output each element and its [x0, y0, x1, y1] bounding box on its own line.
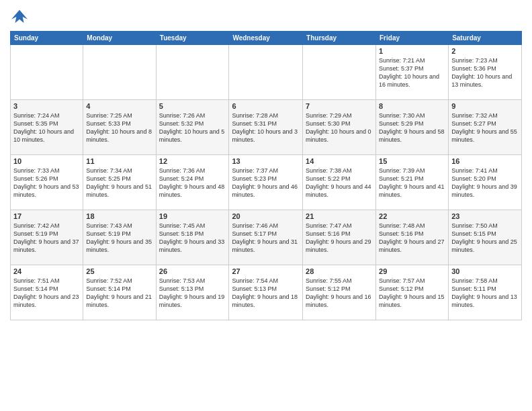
day-number: 11 — [86, 157, 152, 165]
day-info: Sunrise: 7:43 AM Sunset: 5:19 PM Dayligh… — [86, 222, 152, 255]
calendar-day-cell: 16Sunrise: 7:41 AM Sunset: 5:20 PM Dayli… — [449, 155, 522, 210]
weekday-header: Monday — [83, 32, 156, 45]
day-info: Sunrise: 7:42 AM Sunset: 5:19 PM Dayligh… — [13, 222, 80, 255]
calendar-day-cell: 8Sunrise: 7:30 AM Sunset: 5:29 PM Daylig… — [376, 100, 449, 155]
calendar-day-cell: 18Sunrise: 7:43 AM Sunset: 5:19 PM Dayli… — [83, 210, 156, 265]
calendar-week-row: 1Sunrise: 7:21 AM Sunset: 5:37 PM Daylig… — [11, 45, 522, 100]
day-number: 23 — [451, 212, 519, 220]
weekday-header: Saturday — [449, 32, 522, 45]
day-number: 3 — [13, 102, 80, 110]
page: SundayMondayTuesdayWednesdayThursdayFrid… — [0, 0, 532, 411]
calendar-header-row: SundayMondayTuesdayWednesdayThursdayFrid… — [11, 32, 522, 45]
day-info: Sunrise: 7:38 AM Sunset: 5:22 PM Dayligh… — [306, 167, 373, 199]
calendar-day-cell: 14Sunrise: 7:38 AM Sunset: 5:22 PM Dayli… — [303, 155, 376, 210]
day-info: Sunrise: 7:58 AM Sunset: 5:11 PM Dayligh… — [451, 277, 519, 310]
calendar-day-cell: 5Sunrise: 7:26 AM Sunset: 5:32 PM Daylig… — [156, 100, 229, 155]
day-info: Sunrise: 7:23 AM Sunset: 5:36 PM Dayligh… — [451, 56, 519, 89]
day-info: Sunrise: 7:39 AM Sunset: 5:21 PM Dayligh… — [379, 167, 445, 199]
weekday-header: Friday — [376, 32, 449, 45]
weekday-header: Tuesday — [156, 32, 229, 45]
calendar-week-row: 24Sunrise: 7:51 AM Sunset: 5:14 PM Dayli… — [11, 265, 522, 320]
day-number: 17 — [13, 212, 80, 220]
calendar-day-cell — [11, 45, 83, 100]
calendar-day-cell — [303, 45, 376, 100]
calendar-day-cell: 24Sunrise: 7:51 AM Sunset: 5:14 PM Dayli… — [11, 265, 83, 320]
day-info: Sunrise: 7:47 AM Sunset: 5:16 PM Dayligh… — [306, 222, 373, 255]
calendar-day-cell: 28Sunrise: 7:55 AM Sunset: 5:12 PM Dayli… — [303, 265, 376, 320]
calendar-day-cell: 17Sunrise: 7:42 AM Sunset: 5:19 PM Dayli… — [11, 210, 83, 265]
day-info: Sunrise: 7:21 AM Sunset: 5:37 PM Dayligh… — [379, 56, 445, 89]
day-number: 2 — [451, 47, 519, 55]
day-number: 14 — [306, 157, 373, 165]
day-info: Sunrise: 7:24 AM Sunset: 5:35 PM Dayligh… — [13, 111, 80, 144]
calendar-day-cell: 6Sunrise: 7:28 AM Sunset: 5:31 PM Daylig… — [229, 100, 303, 155]
calendar-day-cell: 15Sunrise: 7:39 AM Sunset: 5:21 PM Dayli… — [376, 155, 449, 210]
day-info: Sunrise: 7:50 AM Sunset: 5:15 PM Dayligh… — [451, 222, 519, 255]
calendar-week-row: 10Sunrise: 7:33 AM Sunset: 5:26 PM Dayli… — [11, 155, 522, 210]
day-info: Sunrise: 7:52 AM Sunset: 5:14 PM Dayligh… — [86, 277, 152, 310]
day-info: Sunrise: 7:53 AM Sunset: 5:13 PM Dayligh… — [159, 277, 226, 310]
day-info: Sunrise: 7:48 AM Sunset: 5:16 PM Dayligh… — [379, 222, 445, 255]
day-number: 6 — [232, 102, 300, 110]
calendar-day-cell: 1Sunrise: 7:21 AM Sunset: 5:37 PM Daylig… — [376, 45, 449, 100]
calendar-day-cell: 2Sunrise: 7:23 AM Sunset: 5:36 PM Daylig… — [449, 45, 522, 100]
calendar-day-cell: 20Sunrise: 7:46 AM Sunset: 5:17 PM Dayli… — [229, 210, 303, 265]
day-number: 9 — [451, 102, 519, 110]
logo — [10, 7, 32, 26]
day-number: 27 — [232, 267, 300, 275]
calendar-day-cell: 21Sunrise: 7:47 AM Sunset: 5:16 PM Dayli… — [303, 210, 376, 265]
header — [10, 7, 522, 26]
day-info: Sunrise: 7:30 AM Sunset: 5:29 PM Dayligh… — [379, 111, 445, 144]
day-number: 16 — [451, 157, 519, 165]
calendar-day-cell: 10Sunrise: 7:33 AM Sunset: 5:26 PM Dayli… — [11, 155, 83, 210]
calendar-table: SundayMondayTuesdayWednesdayThursdayFrid… — [10, 31, 522, 320]
day-number: 5 — [159, 102, 226, 110]
day-number: 7 — [306, 102, 373, 110]
calendar-day-cell: 9Sunrise: 7:32 AM Sunset: 5:27 PM Daylig… — [449, 100, 522, 155]
day-info: Sunrise: 7:55 AM Sunset: 5:12 PM Dayligh… — [306, 277, 373, 310]
calendar-day-cell — [83, 45, 156, 100]
day-number: 13 — [232, 157, 300, 165]
weekday-header: Thursday — [303, 32, 376, 45]
calendar-day-cell: 11Sunrise: 7:34 AM Sunset: 5:25 PM Dayli… — [83, 155, 156, 210]
day-number: 1 — [379, 47, 445, 55]
calendar-day-cell: 30Sunrise: 7:58 AM Sunset: 5:11 PM Dayli… — [449, 265, 522, 320]
day-info: Sunrise: 7:25 AM Sunset: 5:33 PM Dayligh… — [86, 111, 152, 144]
calendar-day-cell: 25Sunrise: 7:52 AM Sunset: 5:14 PM Dayli… — [83, 265, 156, 320]
calendar-day-cell: 19Sunrise: 7:45 AM Sunset: 5:18 PM Dayli… — [156, 210, 229, 265]
day-number: 8 — [379, 102, 445, 110]
day-info: Sunrise: 7:33 AM Sunset: 5:26 PM Dayligh… — [13, 167, 80, 199]
day-info: Sunrise: 7:46 AM Sunset: 5:17 PM Dayligh… — [232, 222, 300, 255]
day-number: 15 — [379, 157, 445, 165]
day-info: Sunrise: 7:29 AM Sunset: 5:30 PM Dayligh… — [306, 111, 373, 144]
weekday-header: Sunday — [11, 32, 83, 45]
day-number: 28 — [306, 267, 373, 275]
calendar-day-cell: 12Sunrise: 7:36 AM Sunset: 5:24 PM Dayli… — [156, 155, 229, 210]
calendar-day-cell — [156, 45, 229, 100]
calendar-week-row: 17Sunrise: 7:42 AM Sunset: 5:19 PM Dayli… — [11, 210, 522, 265]
day-info: Sunrise: 7:28 AM Sunset: 5:31 PM Dayligh… — [232, 111, 300, 144]
calendar-day-cell: 13Sunrise: 7:37 AM Sunset: 5:23 PM Dayli… — [229, 155, 303, 210]
day-number: 29 — [379, 267, 445, 275]
day-number: 4 — [86, 102, 152, 110]
day-number: 25 — [86, 267, 152, 275]
calendar-week-row: 3Sunrise: 7:24 AM Sunset: 5:35 PM Daylig… — [11, 100, 522, 155]
weekday-header: Wednesday — [229, 32, 303, 45]
day-number: 30 — [451, 267, 519, 275]
day-info: Sunrise: 7:34 AM Sunset: 5:25 PM Dayligh… — [86, 167, 152, 199]
day-info: Sunrise: 7:45 AM Sunset: 5:18 PM Dayligh… — [159, 222, 226, 255]
calendar-day-cell: 7Sunrise: 7:29 AM Sunset: 5:30 PM Daylig… — [303, 100, 376, 155]
calendar-day-cell — [229, 45, 303, 100]
day-number: 22 — [379, 212, 445, 220]
day-info: Sunrise: 7:32 AM Sunset: 5:27 PM Dayligh… — [451, 111, 519, 144]
day-number: 24 — [13, 267, 80, 275]
day-info: Sunrise: 7:41 AM Sunset: 5:20 PM Dayligh… — [451, 167, 519, 199]
calendar-day-cell: 4Sunrise: 7:25 AM Sunset: 5:33 PM Daylig… — [83, 100, 156, 155]
day-number: 10 — [13, 157, 80, 165]
svg-marker-0 — [11, 10, 28, 24]
day-info: Sunrise: 7:57 AM Sunset: 5:12 PM Dayligh… — [379, 277, 445, 310]
calendar-day-cell: 3Sunrise: 7:24 AM Sunset: 5:35 PM Daylig… — [11, 100, 83, 155]
day-number: 20 — [232, 212, 300, 220]
day-info: Sunrise: 7:54 AM Sunset: 5:13 PM Dayligh… — [232, 277, 300, 310]
day-number: 12 — [159, 157, 226, 165]
